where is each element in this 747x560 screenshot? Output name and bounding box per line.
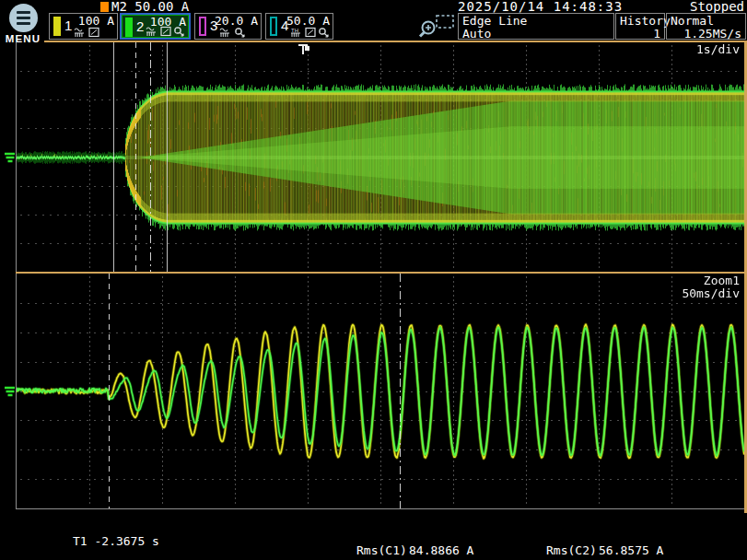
menu-button[interactable] <box>9 4 38 32</box>
channel-1-color-bar <box>53 17 61 36</box>
window-display-icon <box>305 27 316 38</box>
zoom1-timebase-label: 50ms/div <box>682 287 740 300</box>
main-timebase-label: 1s/div <box>696 43 740 56</box>
rms-c1-label: Rms(C1) <box>356 543 407 557</box>
channel-2-color-bar <box>125 18 133 37</box>
cursor-readout: T1 -2.3675 s T2 -2.1675 s V1 -11 A V2 -1… <box>73 510 159 560</box>
main-waveform-display[interactable] <box>17 42 744 272</box>
channel-ground-marker-zoom[interactable] <box>2 384 16 399</box>
datetime-label: 2025/10/14 14:48:33 <box>458 0 623 13</box>
probe-setup-icon <box>234 27 246 38</box>
zoom-search-icon[interactable] <box>416 14 457 40</box>
run-status-badge: Stopped <box>690 0 744 13</box>
math2-scale-label: M2 50.00 A <box>111 0 189 13</box>
trigger-mode: Auto <box>462 28 491 40</box>
history-label: History <box>620 15 671 27</box>
acquisition-mode: Normal <box>671 15 714 27</box>
trigger-type: Edge Line <box>462 15 527 27</box>
acquisition-box[interactable]: Normal 1.25MS/s <box>666 13 746 40</box>
channel-3-scale: 20.0 A <box>215 15 258 27</box>
channel-4-color-bar <box>270 17 277 36</box>
ac-coupling-icon <box>146 26 158 37</box>
ac-coupling-icon <box>219 27 232 38</box>
zoom-window-bottom-border <box>16 508 744 509</box>
trigger-settings-box[interactable]: Edge Line Auto <box>458 13 614 40</box>
svg-text:TH: TH <box>291 28 298 33</box>
channel-1-number: 1 <box>64 18 72 32</box>
probe-setup-icon <box>318 27 330 38</box>
rms-c1-value: 84.8866 A <box>409 543 473 557</box>
channel-1-box[interactable]: 1 100 A <box>49 13 118 40</box>
channel-3-box[interactable]: 3 20.0 A <box>194 13 262 40</box>
channel-ground-marker-main[interactable] <box>2 150 16 165</box>
channel-2-box[interactable]: 2 100 A <box>120 13 191 40</box>
rms-c2-value: 56.8575 A <box>599 543 663 557</box>
window-display-icon <box>160 26 171 37</box>
channel-4-scale: 50.0 A <box>286 15 330 27</box>
zoom1-waveform-display[interactable] <box>17 274 744 508</box>
window-display-icon <box>88 27 99 38</box>
channel-3-color-bar <box>199 17 206 36</box>
sample-rate: 1.25MS/s <box>683 28 741 40</box>
zoom1-title: Zoom1 <box>704 274 740 287</box>
probe-setup-icon <box>173 26 185 37</box>
ac-coupling-icon <box>74 27 87 38</box>
math2-color-swatch <box>100 2 109 12</box>
history-value: 1 <box>653 28 660 40</box>
channel-2-number: 2 <box>136 19 144 33</box>
cursor-t1-readout: T1 -2.3675 s <box>73 535 159 547</box>
oscilloscope-screen: MENU M2 50.00 A 2025/10/14 14:48:33 Stop… <box>0 0 747 560</box>
history-box[interactable]: History 1 <box>615 13 665 40</box>
channel-4-box[interactable]: 4 50.0 A TH <box>265 13 333 40</box>
rms-c2-label: Rms(C2) <box>546 543 597 557</box>
menu-icon <box>17 11 30 14</box>
channel-1-scale: 100 A <box>78 15 114 27</box>
thermocouple-coupling-icon: TH <box>290 27 303 38</box>
